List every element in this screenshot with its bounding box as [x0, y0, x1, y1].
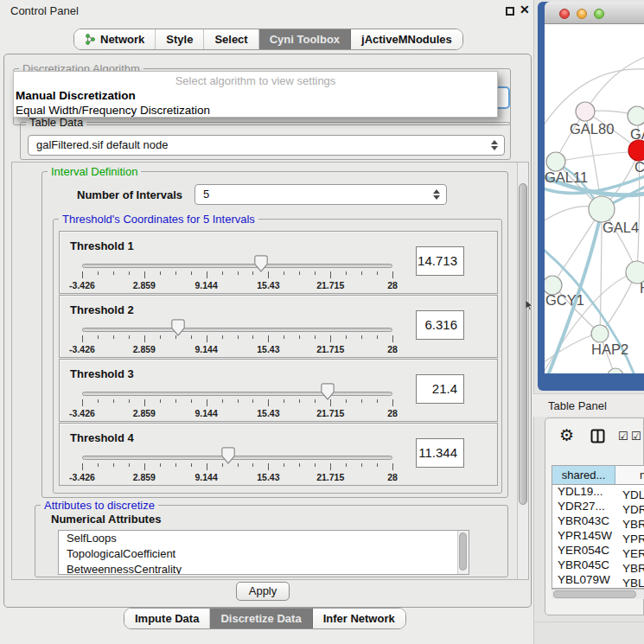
tab-style[interactable]: Style: [156, 29, 204, 49]
network-graph[interactable]: GAL80GACGAL11GAL4GCY1HHAP2: [545, 24, 644, 373]
tick-label: 2.859: [133, 472, 156, 482]
tick-mark: [82, 399, 83, 406]
tick-mark: [299, 399, 300, 403]
threshold-panel-4: Threshold 4-3.4262.8599.14415.4321.71528…: [59, 423, 498, 486]
mac-close-icon[interactable]: [559, 9, 570, 19]
table-panel: ⚙ ☑ ☑ shared... n YDL19...YDL1YDR27...YD…: [545, 418, 644, 615]
table-row[interactable]: YPR145WYPR1: [552, 528, 644, 543]
network-node-gal80[interactable]: [576, 102, 595, 121]
tick-label: -3.426: [69, 280, 95, 290]
column-header-name[interactable]: n: [615, 466, 644, 484]
tick-mark: [252, 335, 253, 339]
network-node[interactable]: [608, 368, 623, 373]
tab-infer-network[interactable]: Infer Network: [313, 609, 405, 628]
slider-thumb[interactable]: [221, 447, 235, 464]
control-panel-title: Control Panel: [10, 4, 79, 17]
tick-label: 9.144: [194, 408, 217, 418]
tab-label: Select: [214, 33, 247, 46]
attributes-list[interactable]: SelfLoopsTopologicalCoefficientBetweenne…: [58, 530, 469, 575]
panel-vertical-scrollbar[interactable]: [517, 163, 529, 579]
split-columns-icon[interactable]: [590, 429, 605, 446]
table-data-combobox[interactable]: galFiltered.sif default node: [28, 135, 505, 156]
table-row[interactable]: YER054CYER0: [552, 543, 644, 558]
apply-button[interactable]: Apply: [236, 582, 290, 601]
screen: Control Panel ✕ NetworkStyleSelectCyni T…: [0, 0, 644, 644]
attributes-list-scrollbar[interactable]: [457, 531, 469, 574]
threshold-label: Threshold 4: [70, 431, 134, 444]
table-row[interactable]: YBL079WYBL0: [552, 572, 644, 587]
slider-track[interactable]: [82, 392, 392, 396]
attribute-item-selfloops[interactable]: SelfLoops: [59, 531, 469, 546]
network-node-hap2[interactable]: [591, 325, 609, 342]
tick-label: 28: [387, 280, 398, 290]
popup-item-manual-discretization[interactable]: Manual Discretization: [14, 88, 497, 103]
threshold-value-field[interactable]: 6.316: [416, 310, 464, 340]
mac-zoom-icon[interactable]: [594, 9, 604, 19]
slider-track[interactable]: [82, 328, 392, 332]
threshold-panel-2: Threshold 2-3.4262.8599.14415.4321.71528…: [59, 295, 498, 358]
tick-mark: [299, 335, 300, 339]
threshold-panel-3: Threshold 3-3.4262.8599.14415.4321.71528…: [59, 359, 498, 422]
group-title: Attributes to discretize: [41, 499, 158, 512]
network-node-ga[interactable]: [628, 106, 644, 125]
threshold-label: Threshold 3: [70, 367, 134, 380]
tick-mark: [330, 335, 331, 342]
tab-discretize-data[interactable]: Discretize Data: [210, 609, 312, 628]
tab-cyni-toolbox[interactable]: Cyni Toolbox: [259, 29, 351, 49]
table-row[interactable]: YDL19...YDL1: [552, 484, 644, 499]
network-window-titlebar[interactable]: [545, 2, 644, 24]
tick-mark: [268, 399, 269, 406]
threshold-value-field[interactable]: 21.4: [416, 374, 464, 404]
tick-mark: [315, 399, 316, 403]
slider-thumb[interactable]: [171, 319, 185, 336]
tab-network[interactable]: Network: [74, 29, 156, 49]
tick-mark: [361, 463, 362, 467]
float-panel-icon[interactable]: [506, 7, 514, 16]
tick-mark: [284, 271, 284, 275]
tick-mark: [144, 399, 145, 406]
cell-shared-name: YBR043C: [552, 513, 616, 528]
control-panel-tabbar: NetworkStyleSelectCyni ToolboxjActiveMNo…: [73, 29, 463, 50]
tab-label: Cyni Toolbox: [270, 33, 340, 46]
checkbox-icon[interactable]: ☑: [631, 430, 641, 443]
popup-item-equal-width-frequency-discretization[interactable]: Equal Width/Frequency Discretization: [14, 103, 497, 118]
group-title: Threshold's Coordinates for 5 Intervals: [59, 213, 258, 226]
network-node-gal4[interactable]: [589, 196, 615, 222]
slider-thumb[interactable]: [321, 383, 335, 400]
tick-mark: [315, 271, 316, 275]
table-row[interactable]: YBR045CYBR0: [552, 558, 644, 572]
slider-track[interactable]: [82, 456, 392, 460]
table-row[interactable]: YBR043CYBR0: [552, 513, 644, 528]
threshold-value-field[interactable]: 14.713: [416, 246, 464, 276]
network-node-gal11[interactable]: [546, 152, 565, 171]
tab-impute-data[interactable]: Impute Data: [124, 609, 210, 628]
table-horizontal-scrollbar[interactable]: [552, 589, 644, 599]
checkbox-icon[interactable]: ☑: [618, 430, 628, 443]
tab-jactivemnodules[interactable]: jActiveMNodules: [351, 29, 462, 49]
number-of-intervals-value: 5: [203, 188, 209, 201]
network-node-c[interactable]: [628, 140, 644, 161]
tick-mark: [284, 335, 284, 339]
close-icon[interactable]: ✕: [520, 3, 530, 16]
mac-minimize-icon[interactable]: [577, 9, 587, 19]
threshold-value-field[interactable]: 11.344: [416, 438, 464, 468]
interval-definition-group: Interval Definition Number of Intervals …: [41, 171, 508, 498]
network-canvas[interactable]: GAL80GACGAL11GAL4GCY1HHAP2: [545, 24, 644, 373]
tab-select[interactable]: Select: [204, 29, 258, 49]
slider-tick-labels: -3.4262.8599.14415.4321.71528: [82, 408, 392, 418]
tick-mark: [175, 463, 176, 467]
attribute-item-topologicalcoefficient[interactable]: TopologicalCoefficient: [59, 546, 469, 562]
tick-mark: [392, 463, 393, 470]
tick-label: 9.144: [194, 472, 217, 482]
slider-track[interactable]: [82, 264, 392, 268]
number-of-intervals-combobox[interactable]: 5: [194, 184, 447, 205]
attribute-item-betweennesscentrality[interactable]: BetweennessCentrality: [59, 562, 469, 575]
tick-mark: [238, 399, 239, 403]
column-header-shared-name[interactable]: shared...: [552, 466, 615, 484]
table-row[interactable]: YDR27...YDR2: [552, 499, 644, 513]
numerical-attributes-label: Numerical Attributes: [51, 513, 161, 526]
gear-icon[interactable]: ⚙: [559, 425, 574, 444]
tick-mark: [113, 463, 114, 467]
edge: [545, 333, 598, 363]
slider-thumb[interactable]: [254, 255, 268, 272]
